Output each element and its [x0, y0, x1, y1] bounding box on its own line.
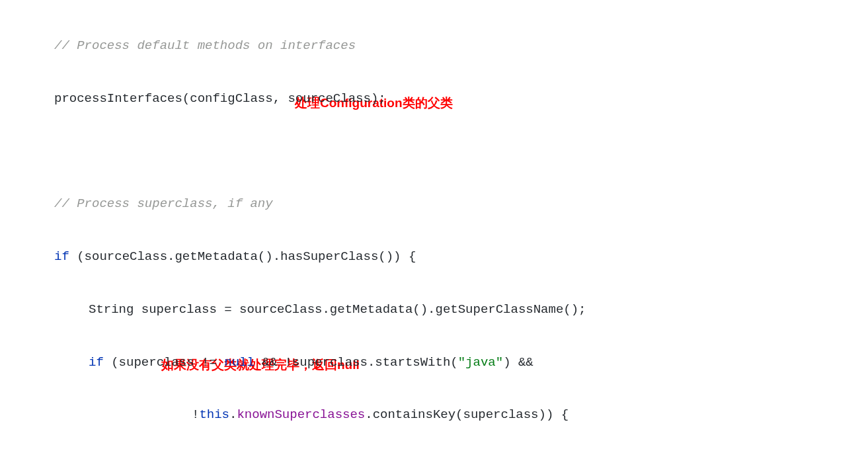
keyword-null: null: [224, 355, 255, 370]
string-java: "java": [458, 355, 503, 370]
code-string-superclass: String superclass = sourceClass.getMetad…: [89, 302, 586, 317]
code-process-interfaces: processInterfaces(configClass, sourceCla…: [54, 91, 386, 106]
code-if-condition: (sourceClass.getMetadata().hasSuperClass…: [69, 249, 416, 264]
keyword-if: if: [89, 355, 104, 370]
comment-process-default: // Process default methods on interfaces: [54, 38, 356, 53]
keyword-this: this: [199, 407, 229, 422]
field-known-superclasses: knownSuperclasses: [237, 407, 365, 422]
comment-process-superclass: // Process superclass, if any: [54, 196, 273, 211]
keyword-if: if: [54, 249, 69, 264]
code-block: // Process default methods on interfaces…: [0, 0, 868, 453]
